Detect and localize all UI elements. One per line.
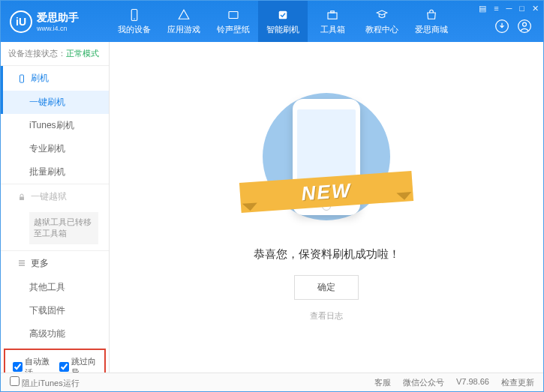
minimize-icon[interactable]: ─ bbox=[506, 4, 512, 13]
user-area bbox=[494, 19, 532, 34]
tab-flash[interactable]: 智能刷机 bbox=[258, 1, 308, 42]
tab-toolbox[interactable]: 工具箱 bbox=[308, 1, 357, 42]
sidebar-item-itunes[interactable]: iTunes刷机 bbox=[1, 114, 109, 137]
checkbox-blockitunes[interactable]: 阻止iTunes运行 bbox=[10, 376, 80, 389]
svg-rect-3 bbox=[279, 10, 287, 19]
view-log-link[interactable]: 查看日志 bbox=[310, 310, 343, 322]
download-icon[interactable] bbox=[494, 19, 509, 34]
nav-tabs: 我的设备 应用游戏 铃声壁纸 智能刷机 工具箱 教程中心 爱思商城 bbox=[110, 1, 456, 42]
sidebar-item-batch[interactable]: 批量刷机 bbox=[1, 160, 109, 184]
user-icon[interactable] bbox=[517, 19, 532, 34]
svg-rect-2 bbox=[229, 11, 238, 18]
sidebar-item-advanced[interactable]: 高级功能 bbox=[1, 322, 109, 346]
sidebar-item-other[interactable]: 其他工具 bbox=[1, 276, 109, 299]
maximize-icon[interactable]: □ bbox=[519, 4, 524, 13]
logo-icon: iU bbox=[10, 10, 32, 33]
svg-rect-10 bbox=[20, 196, 24, 200]
app-title: 爱思助手 bbox=[37, 11, 79, 25]
footer-version: V7.98.66 bbox=[456, 377, 489, 388]
footer-wechat[interactable]: 微信公众号 bbox=[403, 377, 444, 388]
sidebar-head-more[interactable]: 更多 bbox=[1, 251, 109, 276]
title-bar: iU 爱思助手 www.i4.cn 我的设备 应用游戏 铃声壁纸 智能刷机 工具… bbox=[1, 1, 543, 42]
footer-update[interactable]: 检查更新 bbox=[501, 377, 534, 388]
success-message: 恭喜您，保资料刷机成功啦！ bbox=[254, 247, 400, 262]
close-icon[interactable]: ✕ bbox=[532, 4, 539, 13]
jailbreak-notice: 越狱工具已转移至工具箱 bbox=[29, 212, 98, 244]
svg-point-8 bbox=[523, 22, 527, 26]
tab-apps[interactable]: 应用游戏 bbox=[159, 1, 209, 42]
app-url: www.i4.cn bbox=[37, 25, 79, 32]
sidebar: 设备连接状态：正常模式 刷机 一键刷机 iTunes刷机 专业刷机 批量刷机 一… bbox=[1, 42, 110, 373]
success-illustration: NEW bbox=[248, 93, 405, 228]
tab-ringtones[interactable]: 铃声壁纸 bbox=[209, 1, 258, 42]
window-controls: ▤ ≡ ─ □ ✕ bbox=[479, 4, 539, 13]
tab-store[interactable]: 爱思商城 bbox=[407, 1, 456, 42]
options-checkboxes: 自动激活 跳过向导 bbox=[4, 349, 106, 373]
status-bar: 阻止iTunes运行 客服 微信公众号 V7.98.66 检查更新 bbox=[1, 373, 543, 391]
footer-service[interactable]: 客服 bbox=[374, 377, 391, 388]
sidebar-head-jailbreak[interactable]: 一键越狱 bbox=[1, 184, 109, 209]
app-logo: iU 爱思助手 www.i4.cn bbox=[1, 10, 110, 33]
svg-rect-4 bbox=[328, 13, 337, 19]
sidebar-item-oneclick[interactable]: 一键刷机 bbox=[1, 91, 109, 114]
sidebar-head-flash[interactable]: 刷机 bbox=[1, 66, 109, 91]
svg-rect-9 bbox=[20, 75, 24, 82]
connection-status: 设备连接状态：正常模式 bbox=[1, 42, 109, 65]
svg-rect-5 bbox=[331, 10, 335, 12]
sidebar-item-download[interactable]: 下载固件 bbox=[1, 299, 109, 322]
ribbon-text: NEW bbox=[301, 178, 353, 205]
svg-point-1 bbox=[134, 18, 135, 19]
main-panel: NEW 恭喜您，保资料刷机成功啦！ 确定 查看日志 bbox=[110, 42, 543, 373]
tab-tutorials[interactable]: 教程中心 bbox=[357, 1, 407, 42]
confirm-button[interactable]: 确定 bbox=[294, 275, 359, 300]
sidebar-item-pro[interactable]: 专业刷机 bbox=[1, 137, 109, 160]
menu-icon[interactable]: ▤ bbox=[479, 4, 486, 13]
pin-icon[interactable]: ≡ bbox=[494, 4, 498, 13]
checkbox-autoactivate[interactable]: 自动激活 bbox=[13, 356, 50, 373]
checkbox-skipguide[interactable]: 跳过向导 bbox=[59, 356, 97, 373]
tab-mydevice[interactable]: 我的设备 bbox=[110, 1, 159, 42]
